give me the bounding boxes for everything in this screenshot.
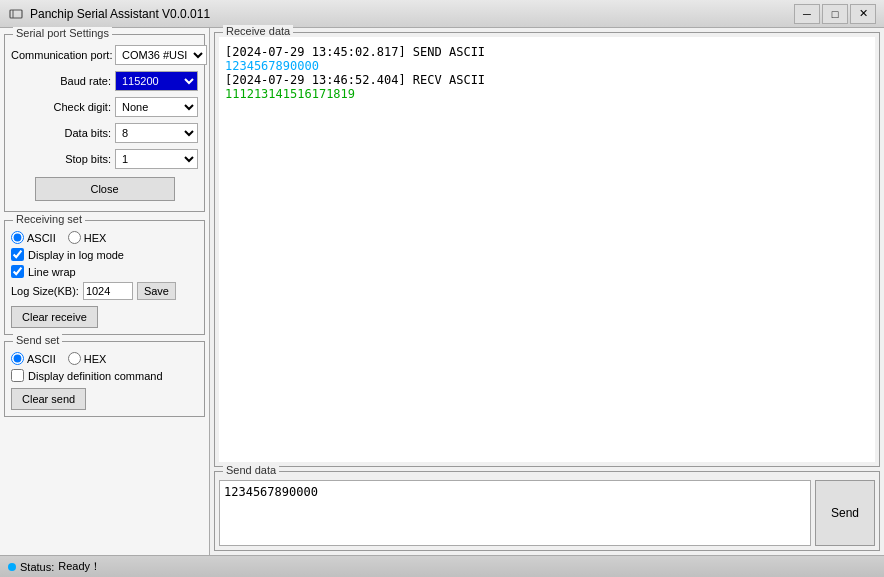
- left-panel: Serial port Settings Communication port:…: [0, 28, 210, 555]
- recv-hex-label: HEX: [84, 232, 107, 244]
- recv-sent-1: 1234567890000: [225, 59, 869, 73]
- minimize-button[interactable]: ─: [794, 4, 820, 24]
- stop-bits-select[interactable]: 1 1.5 2: [115, 149, 198, 169]
- serial-port-group-title: Serial port Settings: [13, 27, 112, 39]
- receiving-set-title: Receiving set: [13, 213, 85, 225]
- send-hex-radio[interactable]: [68, 352, 81, 365]
- check-digit-select[interactable]: None Odd Even: [115, 97, 198, 117]
- display-def-cmd-row: Display definition command: [11, 369, 198, 382]
- display-def-cmd-label: Display definition command: [28, 370, 163, 382]
- send-button[interactable]: Send: [815, 480, 875, 546]
- receiving-set-group: Receiving set ASCII HEX Display in log m…: [4, 220, 205, 335]
- receive-data-group: Receive data [2024-07-29 13:45:02.817] S…: [214, 32, 880, 467]
- send-set-title: Send set: [13, 334, 62, 346]
- app-icon: [8, 6, 24, 22]
- display-mode-checkbox[interactable]: [11, 248, 24, 261]
- send-set-group: Send set ASCII HEX Display definition co…: [4, 341, 205, 417]
- status-label: Status:: [20, 561, 54, 573]
- window-title: Panchip Serial Assistant V0.0.011: [30, 7, 794, 21]
- recv-hex-radio[interactable]: [68, 231, 81, 244]
- close-window-button[interactable]: ✕: [850, 4, 876, 24]
- line-wrap-checkbox[interactable]: [11, 265, 24, 278]
- data-bits-select[interactable]: 8 7: [115, 123, 198, 143]
- svg-rect-0: [10, 10, 22, 18]
- window-controls: ─ □ ✕: [794, 4, 876, 24]
- display-mode-label: Display in log mode: [28, 249, 124, 261]
- baud-rate-select[interactable]: 115200 9600 38400: [115, 71, 198, 91]
- status-value: Ready！: [58, 559, 101, 574]
- log-size-row: Log Size(KB): 1024 Save: [11, 282, 198, 300]
- recv-hex-option[interactable]: HEX: [68, 231, 107, 244]
- status-indicator: [8, 563, 16, 571]
- recv-ascii-radio[interactable]: [11, 231, 24, 244]
- check-digit-label: Check digit:: [11, 101, 111, 113]
- main-content: Serial port Settings Communication port:…: [0, 28, 884, 555]
- recv-ascii-label: ASCII: [27, 232, 56, 244]
- send-data-group: Send data 1234567890000 Send: [214, 471, 880, 551]
- restore-button[interactable]: □: [822, 4, 848, 24]
- recv-line-2: [2024-07-29 13:46:52.404] RECV ASCII: [225, 73, 869, 87]
- recv-ascii-option[interactable]: ASCII: [11, 231, 56, 244]
- comm-port-select[interactable]: COM36 #USI COM1 COM2: [115, 45, 207, 65]
- comm-port-row: Communication port: COM36 #USI COM1 COM2: [11, 45, 198, 65]
- baud-rate-row: Baud rate: 115200 9600 38400: [11, 71, 198, 91]
- serial-port-group: Serial port Settings Communication port:…: [4, 34, 205, 212]
- data-bits-label: Data bits:: [11, 127, 111, 139]
- stop-bits-row: Stop bits: 1 1.5 2: [11, 149, 198, 169]
- recv-format-row: ASCII HEX: [11, 231, 198, 244]
- baud-rate-label: Baud rate:: [11, 75, 111, 87]
- display-def-cmd-checkbox[interactable]: [11, 369, 24, 382]
- recv-received-1: 111213141516171819: [225, 87, 869, 101]
- right-panel: Receive data [2024-07-29 13:45:02.817] S…: [210, 28, 884, 555]
- log-size-input[interactable]: 1024: [83, 282, 133, 300]
- clear-receive-button[interactable]: Clear receive: [11, 306, 98, 328]
- status-bar: Status: Ready！: [0, 555, 884, 577]
- receive-data-title: Receive data: [223, 25, 293, 37]
- close-port-button[interactable]: Close: [35, 177, 175, 201]
- stop-bits-label: Stop bits:: [11, 153, 111, 165]
- clear-receive-wrapper: Clear receive: [11, 300, 198, 328]
- line-wrap-label: Line wrap: [28, 266, 76, 278]
- clear-send-button[interactable]: Clear send: [11, 388, 86, 410]
- clear-send-wrapper: Clear send: [11, 382, 198, 410]
- recv-line-1: [2024-07-29 13:45:02.817] SEND ASCII: [225, 45, 869, 59]
- send-data-title: Send data: [223, 464, 279, 476]
- receive-data-content: [2024-07-29 13:45:02.817] SEND ASCII 123…: [219, 37, 875, 462]
- data-bits-row: Data bits: 8 7: [11, 123, 198, 143]
- line-wrap-row: Line wrap: [11, 265, 198, 278]
- send-ascii-label: ASCII: [27, 353, 56, 365]
- send-data-input[interactable]: 1234567890000: [219, 480, 811, 546]
- display-mode-row: Display in log mode: [11, 248, 198, 261]
- title-bar: Panchip Serial Assistant V0.0.011 ─ □ ✕: [0, 0, 884, 28]
- save-log-button[interactable]: Save: [137, 282, 176, 300]
- send-hex-option[interactable]: HEX: [68, 352, 107, 365]
- send-ascii-radio[interactable]: [11, 352, 24, 365]
- send-hex-label: HEX: [84, 353, 107, 365]
- check-digit-row: Check digit: None Odd Even: [11, 97, 198, 117]
- comm-port-label: Communication port:: [11, 49, 111, 61]
- send-format-row: ASCII HEX: [11, 352, 198, 365]
- log-size-label: Log Size(KB):: [11, 285, 79, 297]
- send-ascii-option[interactable]: ASCII: [11, 352, 56, 365]
